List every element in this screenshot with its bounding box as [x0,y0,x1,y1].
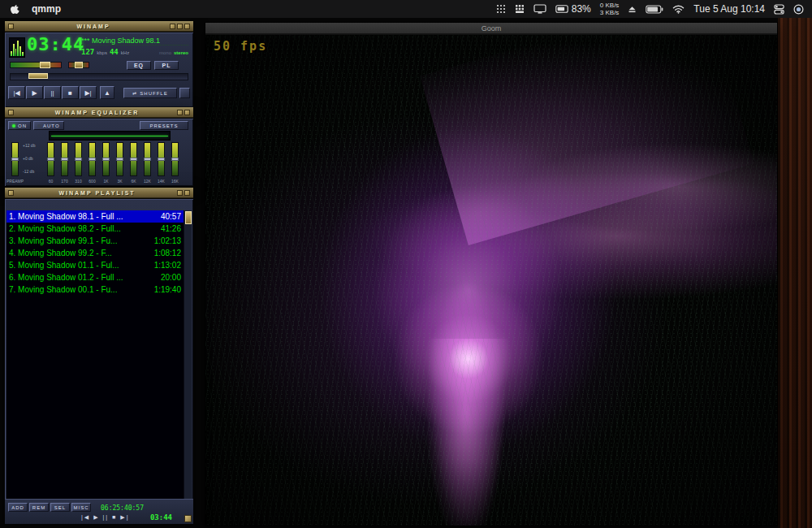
eq-band-thumb[interactable] [158,158,165,161]
stereo-indicator: stereo [174,50,188,55]
balance-slider[interactable] [68,62,89,68]
eq-band-slider-60[interactable] [47,142,54,176]
network-speed[interactable]: 0 KB/s 3 KB/s [600,2,620,16]
track-time: 1:08:12 [154,249,181,258]
playlist-track[interactable]: 4. Moving Shadow 99.2 - F... 1:08:12 [6,247,184,259]
pause-button[interactable]: || [44,86,61,99]
select-button[interactable]: SEL [50,503,70,512]
preamp-thumb[interactable] [11,158,19,161]
wifi-icon[interactable] [672,5,685,14]
eq-close-button[interactable] [184,110,190,115]
playlist-current-time: 03:44 [150,513,172,522]
battery-status[interactable]: 83% [555,3,591,15]
playlist-track[interactable]: 2. Moving Shadow 98.2 - Full... 41:26 [6,223,184,235]
pl-close-button[interactable] [184,190,190,196]
apple-menu-icon[interactable] [10,3,20,15]
control-center-icon[interactable] [774,4,784,15]
eq-band-thumb[interactable] [75,158,82,161]
minimize-button[interactable] [170,24,175,29]
remove-button[interactable]: REM [29,503,49,512]
playlist-menu-icon[interactable] [8,190,14,196]
battery-icon[interactable] [646,5,663,14]
band-label: 1K [99,179,113,184]
menubar-app-name[interactable]: qmmp [32,3,61,15]
menubar-clock[interactable]: Tue 5 Aug 10:14 [693,3,765,15]
goom-titlebar[interactable]: Goom [205,23,777,34]
close-button[interactable] [184,24,190,29]
equalizer-titlebar[interactable]: WINAMP EQUALIZER [5,107,193,118]
eq-band-thumb[interactable] [89,158,96,161]
playlist-scrollbar[interactable] [184,210,192,499]
playlist-track[interactable]: 1. Moving Shadow 98.1 - Full ... 40:57 [6,210,184,223]
shuffle-button[interactable]: ⇄ SHUFFLE [123,88,177,98]
eq-band-thumb[interactable] [171,158,179,161]
eq-on-toggle[interactable]: ON [8,121,31,130]
toggle-equalizer-button[interactable]: EQ [127,61,151,70]
eq-shade-button[interactable] [177,110,183,115]
eq-band-slider-3k[interactable] [116,142,123,176]
equalizer-menu-icon[interactable] [8,110,14,115]
stop-button[interactable]: ■ [62,86,79,99]
balance-thumb[interactable] [75,62,83,68]
play-button[interactable]: ▶ [26,86,43,99]
eq-band-slider-170[interactable] [61,142,68,176]
presets-button[interactable]: PRESETS [140,121,188,130]
playlist-bottom-bar: ADD REM SEL MISC 06:25:40:57 |◀ ▶ || ■ ▶… [5,499,193,524]
eq-on-led [12,124,15,128]
eject-icon[interactable] [628,5,637,14]
band-label: 16K [168,179,182,184]
playlist-track[interactable]: 5. Moving Shadow 01.1 - Ful... 1:13:02 [6,259,184,271]
eq-band-slider-6k[interactable] [130,142,137,176]
playlist-track[interactable]: 3. Moving Shadow 99.1 - Fu... 1:02:13 [6,235,184,247]
apps-grid-icon[interactable] [496,4,506,14]
goom-canvas[interactable]: 50 fps [205,35,777,526]
repeat-button[interactable] [179,88,190,98]
net-up: 0 KB/s [600,2,620,9]
spectrum-mini-visualizer[interactable] [9,37,25,58]
eq-band-thumb[interactable] [47,158,54,161]
eq-band-thumb[interactable] [116,158,123,161]
playlist-track[interactable]: 7. Moving Shadow 00.1 - Fu... 1:19:40 [6,283,184,296]
siri-icon[interactable] [793,4,804,15]
eq-band-thumb[interactable] [61,158,68,161]
volume-thumb[interactable] [40,62,50,68]
display-icon[interactable] [533,4,546,14]
eject-button[interactable]: ▲ [100,86,114,99]
track-label: 3. Moving Shadow 99.1 - Fu... [9,236,151,245]
track-title-marquee[interactable]: *** Moving Shadow 98.1 [81,37,188,45]
pl-shade-button[interactable] [177,190,183,196]
eq-band-thumb[interactable] [130,158,137,161]
add-button[interactable]: ADD [8,503,28,512]
playlist-scroll-thumb[interactable] [185,211,192,224]
winamp-menu-icon[interactable] [8,24,14,29]
seek-bar[interactable] [10,73,188,80]
playlist-mini-transport[interactable]: |◀ ▶ || ■ ▶| [81,514,129,521]
seek-thumb[interactable] [28,73,48,79]
band-label: 3K [113,179,127,184]
misc-button[interactable]: MISC [71,503,91,512]
previous-button[interactable]: |◀ [8,86,25,99]
eq-band-slider-14k[interactable] [158,142,165,176]
eq-curve-display [49,131,171,141]
eq-auto-toggle[interactable]: AUTO [33,121,64,130]
playlist-track[interactable]: 6. Moving Shadow 01.2 - Full ... 20:00 [6,271,184,283]
toggle-playlist-button[interactable]: PL [154,61,179,70]
keyboard-grid-icon[interactable] [515,4,525,14]
eq-band-thumb[interactable] [102,158,110,161]
eq-band-slider-1k[interactable] [102,142,110,176]
bitrate-value: 127 [81,48,94,56]
eq-band-slider-600[interactable] [89,142,96,176]
winamp-titlebar[interactable]: WINAMP [5,21,193,32]
eq-band-slider-16k[interactable] [171,142,179,176]
elapsed-time-display[interactable]: 03:44 [27,34,84,54]
eq-band-slider-12k[interactable] [144,142,151,176]
eq-band-thumb[interactable] [144,158,151,161]
eq-band-slider-310[interactable] [75,142,82,176]
next-button[interactable]: ▶| [80,86,97,99]
playlist-resize-grip[interactable] [184,515,192,522]
preamp-slider[interactable] [11,142,19,176]
shade-button[interactable] [177,24,183,29]
track-label: 7. Moving Shadow 00.1 - Fu... [9,285,151,294]
volume-slider[interactable] [10,62,62,68]
playlist-titlebar[interactable]: WINAMP PLAYLIST [5,188,193,198]
